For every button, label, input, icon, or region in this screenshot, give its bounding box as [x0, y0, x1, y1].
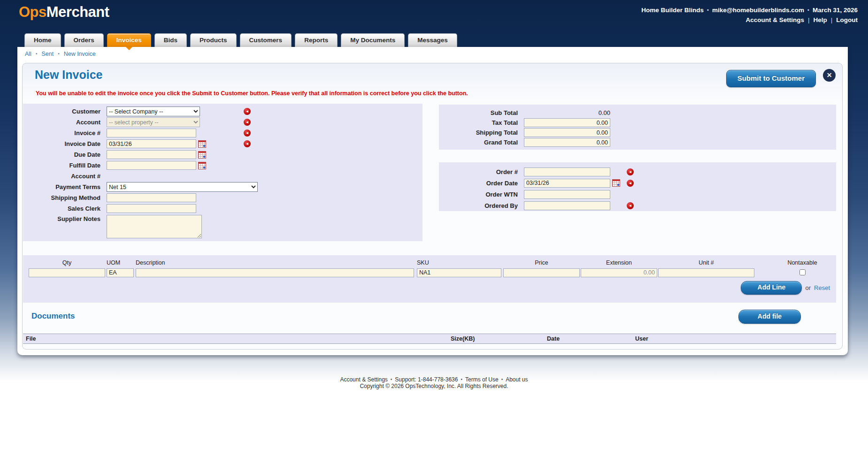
customer-label: Customer [23, 108, 107, 115]
add-line-button[interactable]: Add Line [741, 281, 802, 295]
calendar-icon[interactable] [198, 162, 206, 169]
uom-input[interactable] [107, 268, 134, 277]
tab-my-documents[interactable]: My Documents [341, 33, 405, 47]
order-wtn-input[interactable] [524, 190, 610, 199]
page-footer: Account & Settings•Support: 1-844-778-36… [0, 376, 868, 389]
customer-select[interactable]: -- Select Company -- [107, 107, 200, 116]
calendar-icon[interactable] [198, 140, 206, 148]
supplier-notes-label: Supplier Notes [23, 214, 107, 222]
invoice-date-row: Invoice Date ◄ [23, 138, 422, 149]
due-date-input[interactable] [107, 150, 196, 159]
shipping-method-input[interactable] [107, 193, 196, 202]
breadcrumb-all[interactable]: All [25, 51, 31, 57]
content-panel: All•Sent•New Invoice New Invoice Submit … [17, 47, 848, 355]
order-panel: Order # ◄ Order Date ◄ Order WTN Ordered… [439, 162, 836, 211]
required-arrow-icon: ◄ [627, 168, 634, 175]
current-date: March 31, 2026 [813, 7, 858, 14]
order-number-input[interactable] [524, 167, 610, 176]
unit-number-input[interactable] [658, 268, 754, 277]
uom-header: UOM [107, 259, 134, 266]
invoice-number-label: Invoice # [23, 129, 107, 137]
account-label: Account [23, 119, 107, 126]
bullet-separator: • [807, 7, 809, 13]
nontaxable-header: Nontaxable [767, 259, 837, 266]
sales-clerk-row: Sales Clerk [23, 203, 422, 214]
header-links-line: Account & Settings|Help|Logout [641, 15, 858, 25]
shipping-method-row: Shipping Method [23, 192, 422, 203]
tax-total-input[interactable] [524, 118, 610, 127]
tab-messages[interactable]: Messages [408, 33, 457, 47]
pipe-separator: | [831, 16, 833, 23]
required-arrow-icon: ◄ [244, 140, 251, 147]
edit-warning-text: You will be unable to edit the invoice o… [36, 90, 468, 97]
tab-bids[interactable]: Bids [154, 33, 187, 47]
description-input[interactable] [136, 268, 414, 277]
account-select[interactable]: -- select property -- [107, 117, 200, 127]
footer-account-settings-link[interactable]: Account & Settings [340, 376, 387, 383]
documents-title: Documents [31, 312, 75, 321]
ordered-by-input[interactable] [524, 201, 610, 210]
account-settings-link[interactable]: Account & Settings [745, 16, 804, 23]
grand-total-input[interactable] [524, 138, 610, 147]
page-background: OpsMerchant Home Builder Blinds•mike@hom… [0, 0, 868, 449]
grand-total-label: Grand Total [439, 139, 524, 146]
tab-invoices[interactable]: Invoices [107, 33, 151, 47]
breadcrumb: All•Sent•New Invoice [25, 51, 96, 57]
tab-orders[interactable]: Orders [64, 33, 104, 47]
footer-links-line: Account & Settings•Support: 1-844-778-36… [0, 376, 868, 383]
app-logo: OpsMerchant [19, 4, 109, 21]
tax-total-row: Tax Total [439, 118, 836, 128]
add-file-button[interactable]: Add file [738, 310, 801, 324]
customer-row: Customer -- Select Company -- ◄ [23, 106, 422, 117]
invoice-form-panel: Customer -- Select Company -- ◄ Account … [23, 104, 422, 241]
account-number-label: Account # [23, 173, 107, 180]
sub-total-row: Sub Total 0.00 [439, 108, 836, 118]
header-user-line: Home Builder Blinds•mike@homebuilderblin… [641, 5, 858, 15]
fulfill-date-input[interactable] [107, 161, 196, 170]
sku-input[interactable] [417, 268, 501, 277]
required-arrow-icon: ◄ [244, 108, 251, 115]
fulfill-date-label: Fulfill Date [23, 162, 107, 169]
invoice-date-input[interactable] [107, 139, 196, 148]
nontaxable-checkbox[interactable] [799, 269, 806, 275]
date-header: Date [547, 335, 635, 342]
pipe-separator: | [808, 16, 810, 23]
order-wtn-row: Order WTN [439, 189, 836, 200]
footer-terms-link[interactable]: Terms of Use [465, 376, 499, 383]
reset-link[interactable]: Reset [814, 284, 830, 291]
description-header: Description [136, 259, 414, 266]
invoice-number-input[interactable] [107, 129, 196, 137]
supplier-notes-textarea[interactable] [107, 215, 202, 238]
payment-terms-select[interactable]: Net 15 [107, 182, 258, 192]
submit-to-customer-button[interactable]: Submit to Customer [726, 70, 816, 87]
required-arrow-icon: ◄ [244, 119, 251, 126]
required-arrow-icon: ◄ [627, 180, 634, 187]
shipping-total-input[interactable] [524, 128, 610, 137]
footer-about-link[interactable]: About us [506, 376, 528, 383]
price-input[interactable] [503, 268, 580, 277]
tab-home[interactable]: Home [24, 33, 61, 47]
close-icon[interactable]: ✕ [823, 69, 836, 82]
breadcrumb-new-invoice[interactable]: New Invoice [64, 51, 96, 57]
extension-input[interactable] [581, 268, 657, 277]
footer-support-text: Support: 1-844-778-3636 [395, 376, 458, 383]
payment-terms-row: Payment Terms Net 15 [23, 182, 422, 192]
shipping-total-row: Shipping Total [439, 128, 836, 137]
help-link[interactable]: Help [813, 16, 827, 23]
logout-link[interactable]: Logout [836, 16, 858, 23]
calendar-icon[interactable] [198, 151, 206, 159]
tab-reports[interactable]: Reports [295, 33, 338, 47]
order-date-input[interactable] [524, 179, 610, 188]
user-email-link[interactable]: mike@homebuilderblinds.com [712, 7, 804, 14]
calendar-icon[interactable] [612, 179, 620, 187]
file-header: File [23, 335, 451, 342]
sales-clerk-input[interactable] [107, 204, 196, 213]
sku-header: SKU [417, 259, 501, 266]
tab-customers[interactable]: Customers [240, 33, 292, 47]
account-row: Account -- select property -- ◄ [23, 117, 422, 128]
tab-products[interactable]: Products [190, 33, 237, 47]
invoice-card: New Invoice Submit to Customer ✕ You wil… [22, 63, 843, 350]
qty-input[interactable] [29, 268, 105, 277]
breadcrumb-sent[interactable]: Sent [41, 51, 54, 57]
ordered-by-label: Ordered By [439, 202, 524, 209]
